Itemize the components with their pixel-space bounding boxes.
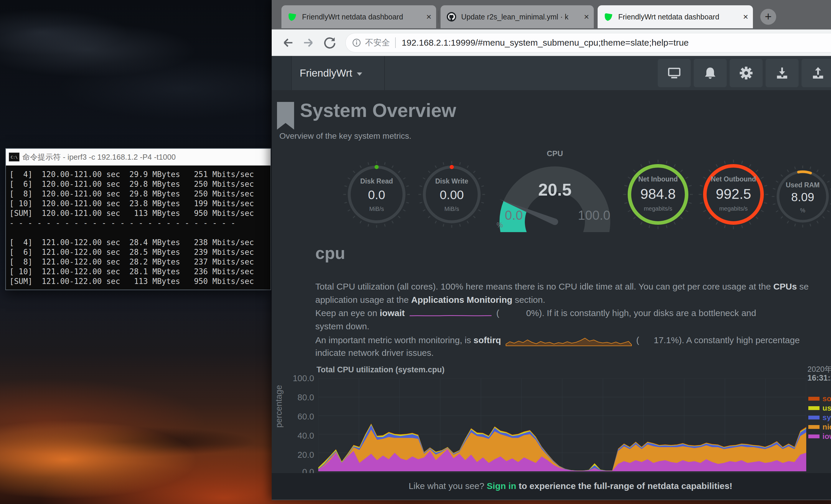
back-icon[interactable] [281,35,295,50]
y-tick: 80.0 [285,393,314,403]
cpu-gauge-min: 0.0 [505,208,523,223]
url-text[interactable]: 192.168.2.1:19999/#menu_system_submenu_c… [402,38,689,48]
page-title: System Overview [300,99,456,121]
gear-icon [739,65,754,81]
gauge-title: Net Outbound [697,175,770,183]
softirq-value: 17.1 [639,335,671,345]
text: application usage at the [315,295,411,304]
iowait-sparkline[interactable] [409,309,492,318]
info-icon[interactable] [351,38,362,48]
gauge-value: 0.0 [341,188,412,202]
softirq-sparkline[interactable] [505,335,632,347]
download-icon [774,65,790,81]
legend-item-nice[interactable]: nice [808,423,831,431]
status-dot [450,165,454,169]
tab-close-icon[interactable]: × [426,12,431,21]
text: se [797,281,809,291]
tab-friendlywrt-2-active[interactable]: FriendlyWrt netdata dashboard × [598,5,753,28]
terminal-output: [ 4] 120.00-121.00 sec 29.9 MBytes 251 M… [9,170,270,286]
applications-monitoring-link[interactable]: Applications Monitoring [411,295,512,304]
cpu-section-text: Total CPU utilization (all cores). 100% … [315,281,831,361]
cpu-section-heading: cpu [315,243,345,263]
page-subtitle: Overview of the key system metrics. [279,131,411,141]
navbar-divider [384,56,385,90]
gauge-value: 0.00 [417,188,487,202]
print-monitor-button[interactable] [658,59,691,87]
legend-label: iowait [823,433,831,440]
iowait-value: 0 [499,308,531,318]
netdata-navbar: FriendlyWrt [272,56,831,90]
terminal-screen[interactable]: [ 4] 120.00-121.00 sec 29.9 MBytes 251 M… [6,166,270,290]
export-snapshot-button[interactable] [802,59,831,87]
reload-icon[interactable] [322,35,337,50]
gauge-unit: MiB/s [417,206,487,212]
security-label[interactable]: 不安全 [365,37,390,48]
y-tick: 60.0 [285,412,314,421]
host-name: FriendlyWrt [300,67,352,79]
tab-strip: FriendlyWrt netdata dashboard × Update r… [272,0,831,29]
terminal-window[interactable]: C:\ 命令提示符 - iperf3 -c 192.168.1.2 -P4 -t… [5,148,271,290]
legend-item-system[interactable]: system [808,414,831,421]
gauge-unit: megabits/s [697,205,770,212]
text: %). A constantly high percentage [671,335,800,345]
legend-label: softirq [823,395,831,403]
text: indicate network driver issues. [315,348,831,361]
chevron-down-icon [357,72,362,76]
legend-label: system [823,414,831,421]
legend-swatch [808,425,820,429]
cpu-gauge-value: 20.5 [493,180,617,200]
legend-label: nice [823,423,831,431]
status-dot [375,165,379,169]
chart-title: Total CPU utilization (system.cpu) [316,365,445,375]
gauge-unit: MiB/s [341,206,412,212]
tab-close-icon[interactable]: × [584,12,589,21]
signin-banner: Like what you see? Sign in to experience… [272,473,831,500]
y-tick: 100.0 [285,374,314,383]
sign-in-link[interactable]: Sign in [487,481,516,491]
text: ( [496,308,499,318]
address-bar[interactable]: 不安全 192.168.2.1:19999/#menu_system_subme… [345,33,831,53]
tab-close-icon[interactable]: × [743,12,748,21]
gauge-value: 8.09 [770,190,831,204]
omnibox-divider [395,37,396,48]
text: system down. [315,321,831,335]
cpu-gauge-max: 100.0 [578,208,610,223]
cpu-gauge-unit: % [496,221,503,229]
navbar-divider [291,56,292,90]
gauge-disk-read[interactable]: Disk Read 0.0 MiB/s [341,159,412,230]
forward-icon[interactable] [301,35,316,50]
tab-friendlywrt-1[interactable]: FriendlyWrt netdata dashboard × [281,5,436,28]
tab-label: FriendlyWrt netdata dashboard [618,13,739,21]
gauge-net-inbound[interactable]: Net Inbound 984.8 megabits/s [621,157,695,231]
gauge-disk-write[interactable]: Disk Write 0.00 MiB/s [417,159,487,230]
netdata-shield-icon [287,12,297,22]
tab-github[interactable]: Update r2s_lean_minimal.yml · k × [440,5,594,28]
terminal-title: 命令提示符 - iperf3 -c 192.168.1.2 -P4 -t1000 [22,152,176,162]
host-dropdown[interactable]: FriendlyWrt [300,56,362,90]
gauge-title: Used RAM [770,181,831,189]
gauge-net-outbound[interactable]: Net Outbound 992.5 megabits/s [697,157,770,231]
gauge-used-ram[interactable]: Used RAM 8.09 % [770,164,831,229]
navbar-button-clipped[interactable] [829,59,831,87]
alarms-button[interactable] [694,59,727,87]
legend-item-softirq[interactable]: softirq [808,395,831,403]
browser-toolbar: 不安全 192.168.2.1:19999/#menu_system_subme… [272,29,831,56]
gauge-cpu[interactable]: CPU 20.5 0.0 100.0 % [493,144,617,232]
terminal-titlebar[interactable]: C:\ 命令提示符 - iperf3 -c 192.168.1.2 -P4 -t… [6,149,270,166]
text: %). If it is constantly high, your disks… [531,308,756,318]
tab-label: Update r2s_lean_minimal.yml · k [461,13,580,21]
legend-item-user[interactable]: user [808,404,831,412]
new-tab-button[interactable]: + [760,9,776,25]
import-snapshot-button[interactable] [766,59,799,87]
softirq-label: softirq [474,335,501,345]
cpu-gauge-title: CPU [493,149,617,158]
iowait-label: iowait [380,308,405,318]
legend-item-iowait[interactable]: iowait [808,433,831,440]
navbar-edge [272,56,291,90]
settings-button[interactable] [729,59,763,87]
y-axis-label: percentage [274,385,284,428]
cpu-utilization-chart[interactable] [318,379,806,471]
cpus-link[interactable]: CPUs [773,281,797,291]
gauge-title: Disk Write [417,177,487,185]
legend-swatch [808,397,820,401]
